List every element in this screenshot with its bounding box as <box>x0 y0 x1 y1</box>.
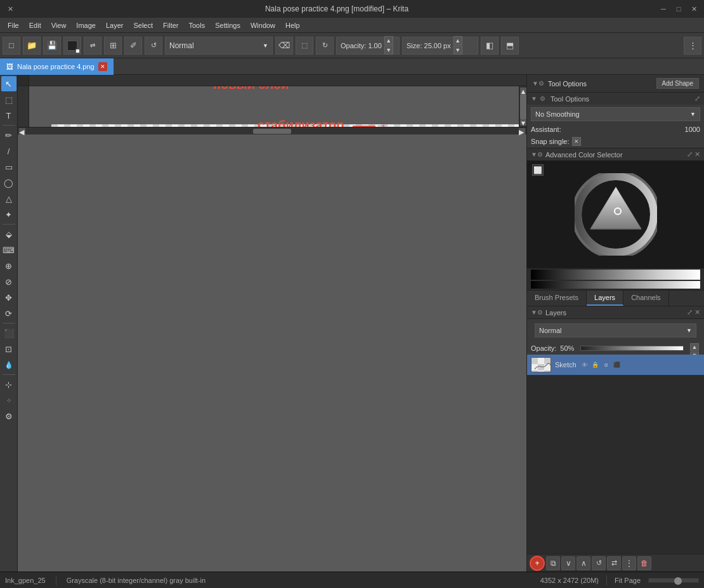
tool-contiguous-select[interactable]: ⬙ <box>1 226 16 242</box>
tool-transform[interactable]: ⬚ <box>1 92 16 107</box>
add-shape-btn[interactable]: Add Shape <box>656 78 700 89</box>
menu-file[interactable]: File <box>3 20 24 30</box>
doc-tab-close-btn[interactable]: ✕ <box>98 62 107 71</box>
tab-brush-presets[interactable]: Brush Presets <box>527 291 587 306</box>
tool-rotate[interactable]: ⟳ <box>1 306 16 321</box>
menu-help[interactable]: Help <box>280 20 305 30</box>
opacity-up-btn[interactable]: ▲ <box>384 36 393 45</box>
color-sel-collapse-icon[interactable]: ▼ <box>531 151 537 158</box>
blend-mode-dropdown[interactable]: Normal ▼ <box>165 37 273 55</box>
undo-layer-btn[interactable]: ↺ <box>592 556 606 570</box>
layer-item-sketch[interactable]: Sketch 👁 🔒 α ⬛ <box>527 355 704 376</box>
canvas-area[interactable]: стабилизатор ——→ новый слой ——→ ▲ ▼ <box>18 75 526 572</box>
zoom-slider-thumb[interactable] <box>674 577 682 585</box>
minimize-icon[interactable]: ─ <box>658 4 668 14</box>
tool-select[interactable]: ↖ <box>1 76 16 91</box>
menu-image[interactable]: Image <box>71 20 101 30</box>
maximize-icon[interactable]: □ <box>674 4 684 14</box>
toolbar-settings-btn[interactable]: ⋮ <box>684 37 701 55</box>
reload-btn[interactable]: ↺ <box>145 37 162 55</box>
vertical-scrollbar[interactable]: ▲ ▼ <box>519 86 526 127</box>
zoom-slider[interactable] <box>648 578 699 583</box>
menu-filter[interactable]: Filter <box>158 20 183 30</box>
mirror-h-btn[interactable]: ◧ <box>481 37 499 55</box>
opacity-down-btn[interactable]: ▼ <box>384 46 393 55</box>
tool-color-picker[interactable]: 💧 <box>1 357 16 372</box>
scroll-right-btn[interactable]: ▶ <box>519 128 525 134</box>
tool-smart-patch[interactable]: ⚙ <box>1 408 16 424</box>
color-box-icon[interactable]: ⬜ <box>532 164 544 176</box>
tool-assistant[interactable]: ⊹ <box>1 377 16 392</box>
layer-lock-icon[interactable]: 🔒 <box>591 360 600 369</box>
alpha-lock-btn[interactable]: ⬚ <box>296 37 313 55</box>
color-sel-close-icon[interactable]: ✕ <box>694 150 700 159</box>
move-layer-down-btn[interactable]: ∨ <box>561 556 575 570</box>
swap-color-btn[interactable]: ⇄ <box>84 37 101 55</box>
color-selector-area[interactable]: ⬜ <box>527 160 704 268</box>
tool-star[interactable]: ✦ <box>1 207 16 222</box>
layer-menu-btn[interactable]: ⋮ <box>622 556 636 570</box>
move-layer-up-btn[interactable]: ∧ <box>577 556 590 570</box>
tool-bezier[interactable]: ⌨ <box>1 242 16 258</box>
scroll-left-btn[interactable]: ◀ <box>19 128 25 134</box>
close-icon[interactable]: ✕ <box>5 4 15 14</box>
menu-window[interactable]: Window <box>245 20 280 30</box>
size-down-btn[interactable]: ▼ <box>453 46 462 55</box>
tool-zoom[interactable]: ⊕ <box>1 258 16 273</box>
snap-x-btn[interactable]: ✕ <box>572 137 581 146</box>
opacity-slider[interactable] <box>580 346 684 351</box>
layer-props-btn[interactable]: ⇄ <box>607 556 621 570</box>
scroll-down-btn[interactable]: ▼ <box>520 119 526 126</box>
tool-rectangle[interactable]: ▭ <box>1 159 16 174</box>
scroll-thumb[interactable] <box>520 94 526 119</box>
new-document-btn[interactable]: □ <box>3 37 20 55</box>
canvas-viewport[interactable]: стабилизатор ——→ новый слой ——→ <box>29 86 519 127</box>
tool-options-inner-collapse-icon[interactable]: ▼ <box>531 95 537 102</box>
color-wheel[interactable] <box>575 173 657 256</box>
tab-channels[interactable]: Channels <box>623 291 668 306</box>
layers-expand-icon[interactable]: ⤢ <box>687 308 693 317</box>
horizontal-scrollbar[interactable]: ◀ ▶ <box>18 127 526 134</box>
tab-layers[interactable]: Layers <box>587 291 623 306</box>
new-layer-btn[interactable]: + <box>530 556 545 571</box>
duplicate-layer-btn[interactable]: ⧉ <box>546 556 560 570</box>
open-document-btn[interactable]: 📁 <box>23 37 41 55</box>
erase-btn[interactable]: ⌫ <box>275 37 293 55</box>
menu-tools[interactable]: Tools <box>184 20 211 30</box>
document-tab[interactable]: 🖼 Nala pose practice 4.png ✕ <box>0 58 114 75</box>
tool-crop[interactable]: ⊘ <box>1 274 16 289</box>
menu-view[interactable]: View <box>46 20 72 30</box>
tool-line[interactable]: / <box>1 143 16 159</box>
tool-gradient[interactable]: ⊡ <box>1 341 16 356</box>
tool-ellipse[interactable]: ◯ <box>1 175 16 190</box>
tool-text[interactable]: T <box>1 108 16 123</box>
layers-collapse-icon[interactable]: ▼ <box>531 309 537 316</box>
tool-multibrush[interactable]: ⁘ <box>1 393 16 408</box>
menu-settings[interactable]: Settings <box>210 20 245 30</box>
size-up-btn[interactable]: ▲ <box>453 36 462 45</box>
tool-fill[interactable]: ⬛ <box>1 325 16 341</box>
layer-alpha-icon[interactable]: α <box>602 360 611 369</box>
tool-move[interactable]: ✥ <box>1 290 16 305</box>
delete-layer-btn[interactable]: 🗑 <box>637 556 651 570</box>
brush-preset-btn[interactable]: ⊞ <box>104 37 122 55</box>
opacity-layer-up-btn[interactable]: ▲ <box>690 343 699 351</box>
sync-btn[interactable]: ↻ <box>316 37 334 55</box>
layer-visibility-icon[interactable]: 👁 <box>580 360 589 369</box>
brush-color-btn[interactable] <box>63 37 81 55</box>
tool-freehand-brush[interactable]: ✏ <box>1 127 16 143</box>
close-window-icon[interactable]: ✕ <box>689 4 699 14</box>
smoothing-dropdown[interactable]: No Smoothing ▼ <box>531 107 700 121</box>
save-document-btn[interactable]: 💾 <box>43 37 61 55</box>
scroll-h-thumb[interactable] <box>253 129 291 134</box>
layer-type-icon[interactable]: ⬛ <box>613 360 622 369</box>
brush-settings-btn[interactable]: ✐ <box>124 37 142 55</box>
menu-layer[interactable]: Layer <box>101 20 129 30</box>
layers-blend-dropdown[interactable]: Normal ▼ <box>535 323 696 337</box>
scroll-up-btn[interactable]: ▲ <box>520 88 526 94</box>
mirror-v-btn[interactable]: ⬒ <box>501 37 519 55</box>
layers-close-icon[interactable]: ✕ <box>694 308 700 317</box>
color-gradient-bar[interactable] <box>531 270 700 280</box>
tool-options-collapse-icon[interactable]: ▼ <box>532 80 538 87</box>
menu-edit[interactable]: Edit <box>24 20 46 30</box>
